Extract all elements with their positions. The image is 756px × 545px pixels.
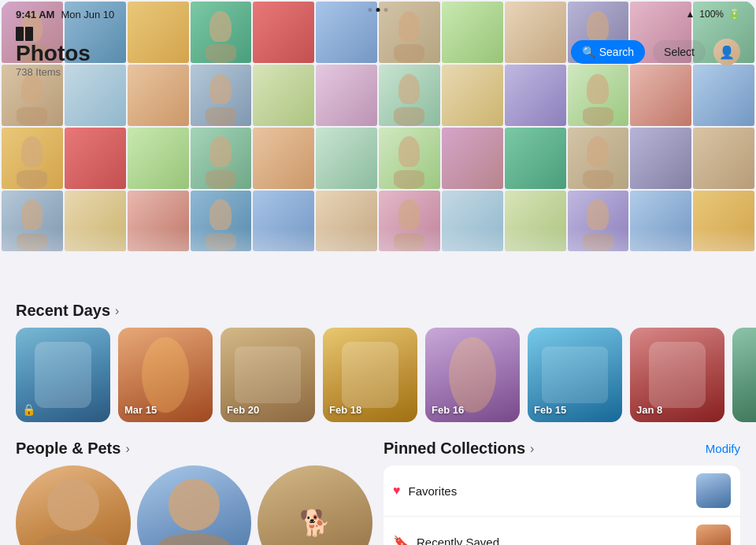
photo-cell[interactable] [693,191,754,252]
photos-count: 738 Items [16,66,91,78]
photo-cell[interactable] [2,128,63,189]
people-pets-title-row[interactable]: People & Pets › [16,425,372,465]
battery-text: 100% [699,9,724,20]
photo-cell[interactable] [442,191,503,252]
people-grid: ♥ 🐕 [16,465,372,545]
day-card[interactable]: Feb 16 [425,328,520,422]
person-card[interactable] [137,465,252,545]
recent-days-section-header: Recent Days › [0,287,756,328]
status-bar: 9:41 AM Mon Jun 10 ▲ 100% 🔋 [0,0,756,28]
day-card-label: Jan 8 [636,404,662,416]
photo-cell[interactable] [442,128,503,189]
day-card[interactable]: 🔒 [16,328,110,422]
header-icon-row [16,27,91,41]
people-pets-chevron: › [125,442,129,456]
recent-days-scroll[interactable]: 🔒Mar 15Feb 20Feb 18Feb 16Feb 15Jan 8 [0,328,756,422]
photo-cell[interactable] [128,191,189,252]
photo-cell[interactable] [191,128,252,189]
day-card[interactable]: Mar 15 [118,328,213,422]
day-card-icon: 🔒 [22,403,35,416]
status-time: 9:41 AM [16,9,54,20]
two-col-section: People & Pets › ♥ 🐕 Pin [0,425,756,545]
photo-cell[interactable] [191,191,252,252]
photo-cell[interactable] [693,128,754,189]
photo-cell[interactable] [379,128,440,189]
day-card-label: Mar 15 [124,404,157,416]
photo-cell[interactable] [253,128,314,189]
collection-item[interactable]: 🔖 Recently Saved [384,517,740,545]
day-card-label: Feb 18 [329,404,361,416]
app-header: Photos 738 Items 🔍 Search Select 👤 [0,28,756,76]
search-button[interactable]: 🔍 Search [571,40,645,64]
collection-item[interactable]: ♥ Favorites [384,465,740,517]
main-scroll[interactable]: 9:41 AM Mon Jun 10 ▲ 100% 🔋 Photos 738 I… [0,0,756,545]
collection-icon: ♥ [393,484,401,498]
collection-thumbnail [696,473,731,508]
wifi-icon: ▲ [685,9,695,20]
collection-list: ♥ Favorites 🔖 Recently Saved [384,465,740,545]
day-card-label: Feb 20 [227,404,259,416]
select-button[interactable]: Select [653,40,706,64]
status-right: ▲ 100% 🔋 [685,9,740,20]
person-card[interactable]: ♥ [16,465,131,545]
status-date: Mon Jun 10 [61,9,114,20]
pinned-collections-chevron: › [530,442,534,456]
content-below-grid: Recent Days › 🔒Mar 15Feb 20Feb 18Feb 16F… [0,287,756,545]
photo-cell[interactable] [568,128,629,189]
photo-cell[interactable] [630,191,691,252]
person-card[interactable]: 🐕 [258,465,372,545]
recent-days-chevron: › [115,304,119,318]
search-label: Search [599,46,634,58]
photo-cell[interactable] [2,191,63,252]
photo-cell[interactable] [253,191,314,252]
people-pets-title: People & Pets [16,439,120,458]
avatar[interactable]: 👤 [713,39,740,65]
photo-cell[interactable] [316,191,377,252]
header-left: Photos 738 Items [16,27,91,78]
day-card[interactable] [732,328,756,422]
collection-thumbnail [696,525,731,545]
day-card-label: Feb 15 [534,404,566,416]
people-pets-col: People & Pets › ♥ 🐕 [16,425,372,545]
day-card[interactable]: Jan 8 [630,328,724,422]
photo-cell[interactable] [316,128,377,189]
page-title: Photos [16,43,91,65]
grid-view-icon[interactable] [16,27,33,41]
pinned-title-left[interactable]: Pinned Collections › [384,439,534,458]
pinned-collections-title: Pinned Collections [384,439,525,458]
photo-cell[interactable] [568,191,629,252]
search-icon: 🔍 [582,46,595,58]
day-card-label: Feb 16 [432,404,464,416]
photo-cell[interactable] [65,128,126,189]
day-card[interactable]: Feb 15 [528,328,622,422]
photo-cell[interactable] [630,128,691,189]
photo-cell[interactable] [379,191,440,252]
photo-cell[interactable] [128,128,189,189]
header-right: 🔍 Search Select 👤 [571,39,740,65]
recent-days-title: Recent Days [16,302,110,320]
photo-cell[interactable] [505,128,566,189]
collection-icon: 🔖 [393,535,409,546]
day-card[interactable]: Feb 20 [220,328,315,422]
modify-button[interactable]: Modify [706,442,740,455]
collection-name: Favorites [409,484,689,498]
recent-days-title-row[interactable]: Recent Days › [16,302,119,320]
collection-name: Recently Saved [417,536,688,546]
pinned-collections-title-row: Pinned Collections › Modify [384,425,740,465]
photo-cell[interactable] [505,191,566,252]
photo-cell[interactable] [65,191,126,252]
pinned-collections-col: Pinned Collections › Modify ♥ Favorites … [384,425,740,545]
day-card[interactable]: Feb 18 [323,328,417,422]
